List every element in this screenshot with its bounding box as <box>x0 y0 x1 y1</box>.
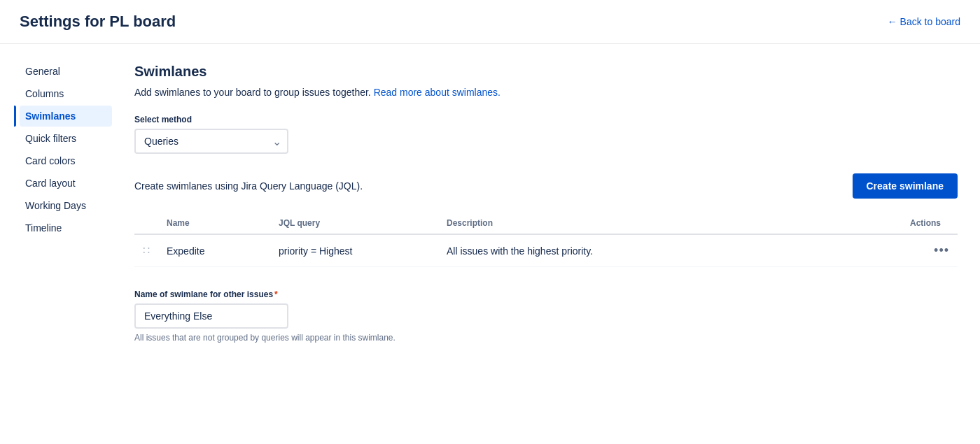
other-issues-label: Name of swimlane for other issues* <box>134 289 958 299</box>
col-drag <box>134 213 158 234</box>
select-method-wrapper: QueriesAssigneesEpicsProjectsStories ⌄ <box>134 129 288 154</box>
back-to-board-link[interactable]: ← Back to board <box>888 16 960 27</box>
row-actions: ••• <box>902 234 958 267</box>
section-desc-text: Add swimlanes to your board to group iss… <box>134 87 371 98</box>
jql-description-text: Create swimlanes using Jira Query Langua… <box>134 180 363 192</box>
select-method-label: Select method <box>134 115 958 124</box>
required-star: * <box>274 289 278 299</box>
create-swimlane-button[interactable]: Create swimlane <box>853 173 958 199</box>
read-more-link[interactable]: Read more about swimlanes. <box>374 87 500 98</box>
sidebar-item-card-layout[interactable]: Card layout <box>20 173 112 194</box>
col-actions-header: Actions <box>902 213 958 234</box>
table-body: ∷ Expedite priority = Highest All issues… <box>134 234 958 267</box>
sidebar-item-working-days[interactable]: Working Days <box>20 195 112 216</box>
row-jql: priority = Highest <box>270 234 438 267</box>
col-jql-header: JQL query <box>270 213 438 234</box>
sidebar-item-card-colors[interactable]: Card colors <box>20 150 112 171</box>
sidebar-item-columns[interactable]: Columns <box>20 83 112 104</box>
table-row: ∷ Expedite priority = Highest All issues… <box>134 234 958 267</box>
other-issues-section: Name of swimlane for other issues* All i… <box>134 289 958 343</box>
sidebar-item-general[interactable]: General <box>20 61 112 82</box>
page-title: Settings for PL board <box>20 13 176 31</box>
other-issues-input[interactable] <box>134 303 288 329</box>
main-content: Swimlanes Add swimlanes to your board to… <box>112 44 980 362</box>
select-method-dropdown[interactable]: QueriesAssigneesEpicsProjectsStories <box>134 129 288 154</box>
swimlanes-title: Swimlanes <box>134 64 958 80</box>
row-name: Expedite <box>158 234 270 267</box>
page-header: Settings for PL board ← Back to board <box>0 0 980 44</box>
main-layout: GeneralColumnsSwimlanesQuick filtersCard… <box>0 44 980 362</box>
other-issues-hint: All issues that are not grouped by queri… <box>134 333 958 343</box>
sidebar-item-swimlanes[interactable]: Swimlanes <box>20 106 112 127</box>
row-description: All issues with the highest priority. <box>438 234 902 267</box>
actions-menu-button[interactable]: ••• <box>934 243 949 257</box>
table-header: Name JQL query Description Actions <box>134 213 958 234</box>
jql-description-row: Create swimlanes using Jira Query Langua… <box>134 173 958 199</box>
drag-handle-cell: ∷ <box>134 234 158 267</box>
swimlanes-table: Name JQL query Description Actions ∷ Exp… <box>134 213 958 267</box>
drag-handle-icon[interactable]: ∷ <box>143 245 150 257</box>
sidebar-item-quick-filters[interactable]: Quick filters <box>20 128 112 149</box>
section-description: Add swimlanes to your board to group iss… <box>134 87 958 98</box>
col-name-header: Name <box>158 213 270 234</box>
sidebar: GeneralColumnsSwimlanesQuick filtersCard… <box>0 44 112 362</box>
col-desc-header: Description <box>438 213 902 234</box>
sidebar-item-timeline[interactable]: Timeline <box>20 217 112 238</box>
